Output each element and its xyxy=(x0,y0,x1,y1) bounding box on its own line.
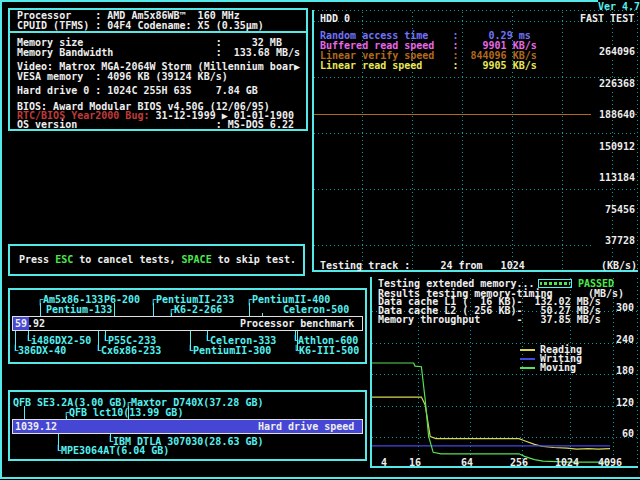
cpu-benchmark-reference-label: └Cx6x86-233 xyxy=(95,346,161,356)
cpu-benchmark-tick xyxy=(105,331,106,340)
hdd-mode-label: FAST TEST xyxy=(580,14,634,24)
cpu-benchmark-tick xyxy=(297,331,298,350)
cpu-benchmark-tick xyxy=(249,303,250,316)
hdd-panel-border-left xyxy=(312,10,314,272)
memory-y-tick-label: 180 xyxy=(600,366,634,376)
cpu-benchmark-tick xyxy=(15,331,16,350)
hdd-scale-label: 188640 xyxy=(591,110,635,120)
legend-swatch-writing xyxy=(520,358,535,360)
screen-border-bottom xyxy=(0,477,640,479)
hdd-gridline-v xyxy=(637,12,638,270)
hdd-status-text: Testing track : 24 from 1024 xyxy=(320,261,525,271)
memory-x-tick-label: 4 xyxy=(381,458,387,468)
hdd-title: HDD 0 xyxy=(320,14,350,24)
legend-swatch-moving xyxy=(520,367,535,369)
cpu-benchmark-reference-label: └K6-III-500 xyxy=(293,346,359,356)
hdd-benchmark-reference-label: └MPE3064AT(6.04 GB) xyxy=(55,446,169,456)
memory-x-tick-label: 256 xyxy=(510,458,528,468)
cpu-benchmark-tick xyxy=(207,331,208,340)
hdd-benchmark-tick xyxy=(24,406,25,419)
hdd-scale-label: 150912 xyxy=(591,142,635,152)
info-row-segment: Hard drive 0 : 1024C 255H 63S 7.84 GB xyxy=(17,85,258,96)
cpu-benchmark-reference-label: Celeron-500 xyxy=(283,305,349,315)
hdd-benchmark-reference-label: ┌QFB lct10(13.99 GB) xyxy=(63,408,183,418)
speedsys-screen: Ver 4.78 Processor : AMD Am5x86WB™ 160 M… xyxy=(0,0,640,480)
memory-series-moving xyxy=(372,363,610,462)
info-row-segment: CPUID (TFMS) : 04F4 Codename: X5 (0.35µm… xyxy=(17,20,264,31)
hdd-benchmark-tick xyxy=(110,434,111,441)
cpu-benchmark-tick xyxy=(295,331,296,340)
hdd-gridline-v xyxy=(562,12,563,270)
memory-y-tick-label: 60 xyxy=(600,429,634,439)
screen-border-top xyxy=(0,0,598,2)
memory-y-tick-label: 300 xyxy=(600,303,634,313)
hdd-scale-label: 113184 xyxy=(591,173,635,183)
cpu-benchmark-reference-label: └386DX-40 xyxy=(12,346,66,356)
message-segment: to cancel tests, xyxy=(73,254,181,265)
hdd-status-unit: (KB/s) xyxy=(601,261,637,271)
memory-x-tick-label: 1024 xyxy=(555,458,579,468)
hdd-result-row: Linear read speed : 9905 KB/s xyxy=(320,61,537,71)
system-info-divider xyxy=(8,31,308,33)
cpu-benchmark-reference-label: Pentium-133 xyxy=(46,305,112,315)
info-row: VESA memory : 4096 KB (39124 KB/s) xyxy=(17,72,228,82)
message-text: Press ESC to cancel tests, SPACE to skip… xyxy=(19,255,296,265)
memory-test-progress-bar xyxy=(538,279,572,288)
hdd-scale-label: 37728 xyxy=(591,236,635,246)
info-row: OS version : MS-DOS 6.22 xyxy=(17,120,294,130)
hdd-benchmark-score-value: 1039.12 xyxy=(15,422,57,432)
hdd-scale-label: 75456 xyxy=(591,205,635,215)
info-row-segment: VESA memory : 4096 KB (39124 KB/s) xyxy=(17,71,228,82)
memory-y-tick-label: 240 xyxy=(600,335,634,345)
cpu-benchmark-tick xyxy=(153,303,154,316)
cpu-benchmark-tick xyxy=(114,303,115,316)
hdd-marker-line xyxy=(314,114,637,115)
memory-x-tick-label: 4096 xyxy=(598,458,622,468)
screen-border-left xyxy=(0,0,2,479)
memory-y-tick-label: 120 xyxy=(600,398,634,408)
memory-result-row: Memory throughput - 37.85 MB/s xyxy=(378,315,601,325)
hdd-scale-label: 226368 xyxy=(591,79,635,89)
cpu-benchmark-tick xyxy=(28,331,29,340)
cpu-benchmark-reference-label: └PentiumII-300 xyxy=(187,346,271,356)
cpu-benchmark-title: Processor benchmark xyxy=(240,319,354,329)
message-segment: SPACE xyxy=(182,254,212,265)
info-row-segment: Memory Bandwidth : 133.68 MB/s xyxy=(17,47,300,58)
hdd-benchmark-tick xyxy=(58,434,59,450)
info-row: Memory Bandwidth : 133.68 MB/s xyxy=(17,48,300,58)
memory-series-reading xyxy=(372,397,610,449)
message-segment: to skip test. xyxy=(212,254,296,265)
memory-x-tick-label: 16 xyxy=(409,458,421,468)
hdd-benchmark-title: Hard drive speed xyxy=(258,422,354,432)
message-segment: Press xyxy=(19,254,55,265)
info-row: Hard drive 0 : 1024C 255H 63S 7.84 GB xyxy=(17,86,258,96)
cpu-benchmark-tick xyxy=(98,331,99,350)
memory-x-tick-label: 64 xyxy=(461,458,473,468)
cpu-benchmark-score-value: 59.92 xyxy=(15,319,45,329)
legend-swatch-reading xyxy=(520,349,535,351)
cpu-benchmark-tick xyxy=(190,331,191,350)
info-row: CPUID (TFMS) : 04F4 Codename: X5 (0.35µm… xyxy=(17,21,264,31)
legend-label-moving: Moving xyxy=(540,363,576,373)
hdd-scale-label: 264096 xyxy=(591,47,635,57)
cpu-benchmark-tick xyxy=(40,303,41,316)
hdd-gridline-h xyxy=(314,10,637,11)
info-row-segment: OS version : MS-DOS 6.22 xyxy=(17,119,294,130)
cpu-benchmark-reference-label: ┌K6-2-266 xyxy=(168,305,222,315)
message-segment: ESC xyxy=(55,254,73,265)
